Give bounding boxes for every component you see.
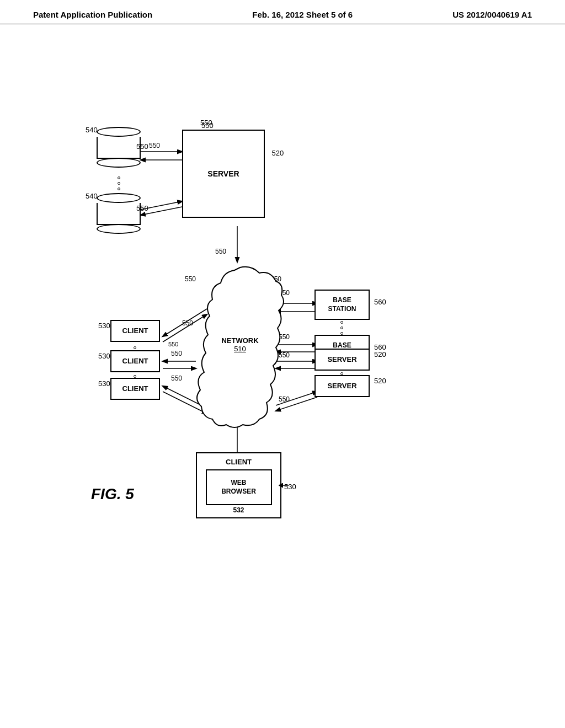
ref-550-main: 550	[200, 119, 212, 127]
web-browser-label: WEBBROWSER	[221, 479, 256, 496]
client1-id: 530	[98, 322, 110, 330]
svg-text:550: 550	[171, 374, 182, 382]
server-box-3: SERVER	[315, 375, 370, 397]
server-main-box: SERVER	[182, 130, 265, 218]
server-main-label: SERVER	[207, 169, 239, 179]
network-cloud: NETWORK 510	[196, 262, 284, 433]
client2-id: 530	[98, 352, 110, 360]
client2-label: CLIENT	[122, 357, 148, 366]
figure-label: FIG. 5	[91, 485, 134, 503]
client-box-3: CLIENT	[110, 378, 160, 400]
network-label: NETWORK	[204, 336, 276, 345]
550-client1-left: 550	[168, 341, 178, 347]
client-box-1: CLIENT	[110, 320, 160, 342]
web-browser-id: 532	[233, 506, 244, 515]
server-main-id: 520	[270, 149, 284, 157]
server2-label: SERVER	[327, 355, 356, 365]
svg-text:550: 550	[171, 350, 182, 357]
client-web-outer: CLIENT WEBBROWSER 532	[196, 452, 281, 518]
diagram-area: 550 550 550 550 550 550 550 550 550 550 …	[0, 66, 565, 717]
network-id: 510	[204, 345, 276, 353]
db1-id: 540	[86, 126, 98, 134]
client1-label: CLIENT	[122, 326, 148, 336]
db2-label-550: 550	[136, 204, 148, 212]
db2-id: 540	[86, 192, 98, 200]
server-box-2: SERVER	[315, 349, 370, 371]
client-web-label: CLIENT	[226, 458, 252, 467]
header-left: Patent Application Publication	[33, 10, 152, 19]
svg-text:550: 550	[185, 275, 196, 283]
database-1	[97, 127, 141, 168]
server3-id: 520	[374, 377, 386, 385]
database-2	[97, 193, 141, 234]
server2-id: 520	[374, 350, 386, 358]
dots-bs1	[340, 321, 343, 335]
page-header: Patent Application Publication Feb. 16, …	[0, 0, 565, 24]
svg-text:550: 550	[149, 142, 160, 149]
client-box-2: CLIENT	[110, 350, 160, 372]
web-browser-box: WEBBROWSER	[206, 469, 272, 505]
svg-text:550: 550	[182, 319, 193, 327]
client3-id: 530	[98, 379, 110, 388]
dots-db	[118, 176, 120, 190]
client3-label: CLIENT	[122, 384, 148, 394]
db1-label-550: 550	[136, 142, 148, 151]
base-station-1: BASESTATION	[315, 290, 370, 320]
header-right: US 2012/0040619 A1	[452, 10, 532, 19]
server3-label: SERVER	[327, 382, 356, 391]
svg-text:550: 550	[215, 248, 226, 255]
base-station-1-label: BASESTATION	[328, 296, 356, 313]
base-station-1-id: 560	[374, 298, 386, 306]
header-center: Feb. 16, 2012 Sheet 5 of 6	[252, 10, 353, 19]
